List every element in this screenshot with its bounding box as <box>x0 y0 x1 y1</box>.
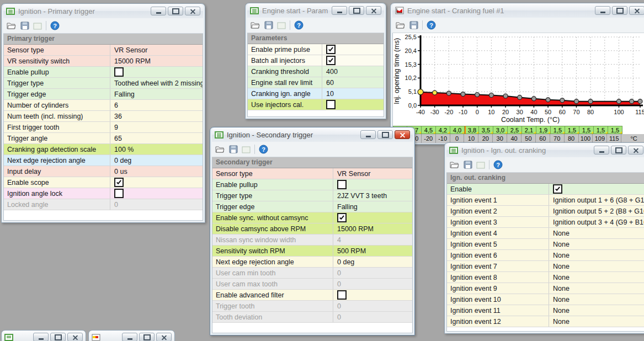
param-value[interactable]: 2JZ VVT 3 teeth <box>333 192 412 200</box>
checkbox-unchecked[interactable] <box>337 290 347 300</box>
checkbox-unchecked[interactable] <box>337 180 347 189</box>
close-button[interactable] <box>628 146 643 154</box>
param-value[interactable]: None <box>549 285 644 292</box>
param-value[interactable]: 6 <box>110 102 203 109</box>
help-icon[interactable]: ? <box>294 20 304 30</box>
param-value[interactable]: None <box>549 318 644 326</box>
param-value[interactable]: Ignition output 5 + 2 (B8 + G16) <box>549 207 644 215</box>
close-button[interactable] <box>395 130 410 139</box>
open-button[interactable] <box>450 161 460 169</box>
param-value[interactable]: Toothed wheel with 2 missing teeth <box>110 79 203 87</box>
checkbox-checked[interactable] <box>553 184 562 194</box>
minimized-window-2[interactable] <box>88 330 175 341</box>
close-button[interactable] <box>366 6 381 15</box>
fuel-value-cell[interactable]: 3,0 <box>493 126 508 134</box>
help-icon[interactable]: ? <box>259 145 268 154</box>
maximize-button[interactable] <box>50 333 66 341</box>
minimize-button[interactable] <box>332 6 347 15</box>
param-value[interactable]: 15000 RPM <box>333 225 412 233</box>
cranking-fuel-chart[interactable]: 0,05,110,215,320,425,5-40-30-20-10010203… <box>393 33 644 126</box>
minimize-button[interactable] <box>33 333 49 341</box>
minimize-button[interactable] <box>594 146 609 154</box>
param-value[interactable]: 0 <box>333 313 412 321</box>
open-button[interactable] <box>7 22 17 30</box>
open-button[interactable] <box>215 145 225 153</box>
minimized-window-1[interactable] <box>1 330 86 341</box>
param-value[interactable]: None <box>549 296 644 303</box>
fuel-value-cell[interactable]: 1,5 <box>565 126 579 134</box>
fuel-value-cell[interactable]: 4,2 <box>436 126 450 134</box>
param-value[interactable]: 0 deg <box>333 258 412 266</box>
checkbox-checked[interactable] <box>326 56 336 65</box>
open-button[interactable] <box>251 21 260 29</box>
fuel-value-cell[interactable]: 2,1 <box>522 126 536 134</box>
checkbox-checked[interactable] <box>337 213 347 222</box>
save-button[interactable] <box>264 21 273 29</box>
titlebar-ign-out-cranking[interactable]: Ignition - Ign. out. cranking <box>446 143 644 157</box>
param-value[interactable]: 4 <box>333 236 412 244</box>
param-value[interactable]: None <box>549 274 644 281</box>
param-value[interactable]: Ignition output 1 + 6 (G8 + G1) <box>549 196 644 204</box>
param-value[interactable]: 0 <box>333 302 412 310</box>
param-value[interactable]: 60 <box>322 79 384 87</box>
close-button[interactable] <box>67 333 83 341</box>
help-icon[interactable]: ? <box>427 20 436 30</box>
close-button[interactable] <box>629 6 644 15</box>
param-value[interactable]: 65 <box>110 135 203 142</box>
param-value[interactable]: 0 <box>333 269 412 277</box>
param-value[interactable]: 100 % <box>110 146 203 153</box>
maximize-button[interactable] <box>377 130 393 139</box>
close-button[interactable] <box>185 7 200 15</box>
minimize-button[interactable] <box>151 7 166 15</box>
param-value[interactable]: None <box>549 307 644 315</box>
fuel-value-cell[interactable]: 1,5 <box>594 126 608 134</box>
maximize-button[interactable] <box>349 6 364 15</box>
fuel-value-cell[interactable]: 1,5 <box>579 126 594 134</box>
titlebar-engine-start-params[interactable]: Engine start - Param... <box>247 3 384 18</box>
fuel-value-cell[interactable]: 3,8 <box>465 126 479 134</box>
param-value[interactable]: Falling <box>333 203 412 211</box>
save-button[interactable] <box>229 145 238 153</box>
checkbox-checked[interactable] <box>114 178 124 187</box>
minimize-button[interactable] <box>360 130 376 139</box>
fuel-value-cell[interactable]: 4,0 <box>450 126 465 134</box>
param-value[interactable]: Falling <box>110 90 203 98</box>
param-value[interactable]: 0 deg <box>110 157 203 164</box>
param-value[interactable]: 500 RPM <box>333 247 412 255</box>
param-value[interactable]: 0 <box>110 201 203 209</box>
titlebar-cranking-fuel[interactable]: Engine start - Cranking fuel #1 <box>392 3 644 18</box>
maximize-button[interactable] <box>611 146 626 154</box>
param-value[interactable]: None <box>549 263 644 270</box>
param-value[interactable]: VR Sensor <box>110 46 203 54</box>
maximize-button[interactable] <box>612 6 627 15</box>
checkbox-checked[interactable] <box>326 45 336 54</box>
param-value[interactable]: None <box>549 241 644 248</box>
param-value[interactable]: 0 <box>333 280 412 288</box>
help-icon[interactable]: ? <box>50 21 60 30</box>
titlebar-primary-trigger[interactable]: Ignition - Primary trigger <box>3 4 203 18</box>
fuel-value-cell[interactable]: 2,5 <box>508 126 522 134</box>
param-value[interactable]: 15000 RPM <box>110 57 203 65</box>
minimize-button[interactable] <box>595 6 610 15</box>
fuel-value-cell[interactable]: 1,5 <box>551 126 565 134</box>
open-button[interactable] <box>396 21 406 29</box>
param-value[interactable]: Ignition output 3 + 4 (G9 + B16) <box>549 219 644 226</box>
param-value[interactable]: 36 <box>110 113 203 120</box>
param-value[interactable]: None <box>549 252 644 259</box>
fuel-value-cell[interactable]: 1,5 <box>608 126 622 134</box>
param-value[interactable]: None <box>549 230 644 237</box>
save-button[interactable] <box>409 21 418 29</box>
checkbox-unchecked[interactable] <box>114 189 124 198</box>
help-icon[interactable]: ? <box>493 160 503 169</box>
maximize-button[interactable] <box>139 333 155 341</box>
fuel-value-cell[interactable]: 4,5 <box>422 126 436 134</box>
param-value[interactable]: VR Sensor <box>333 170 412 178</box>
fuel-value-cell[interactable]: 3,5 <box>479 126 493 134</box>
param-value[interactable]: 9 <box>110 124 203 131</box>
checkbox-unchecked[interactable] <box>114 67 124 77</box>
close-button[interactable] <box>156 333 172 341</box>
save-button[interactable] <box>464 161 472 169</box>
checkbox-unchecked[interactable] <box>326 100 336 109</box>
titlebar-secondary-trigger[interactable]: Ignition - Secondary trigger <box>212 127 413 142</box>
save-button[interactable] <box>20 22 29 30</box>
